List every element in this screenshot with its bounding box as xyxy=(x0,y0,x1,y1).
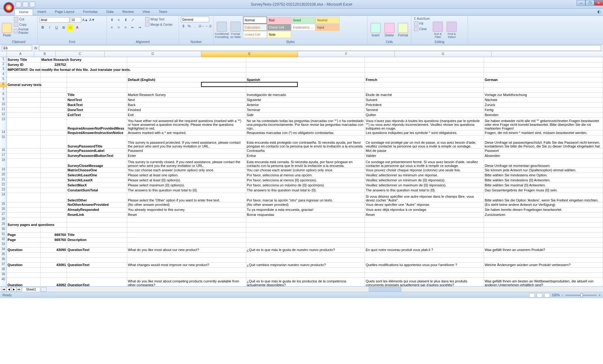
cell-G40[interactable]: Was gefällt Ihnen am besten an Wettbewer… xyxy=(484,277,603,286)
insert-sheet-button[interactable] xyxy=(41,287,46,292)
cell-G16[interactable]: Passwort xyxy=(484,148,603,153)
qat-redo-icon[interactable] xyxy=(30,2,35,7)
cell-F40[interactable]: Quels sont les éléments qui vous plaisen… xyxy=(365,277,484,286)
office-button[interactable] xyxy=(3,2,14,13)
maximize-button[interactable]: ❐ xyxy=(585,0,594,6)
sheet-nav-prev[interactable]: ◀ xyxy=(6,287,11,292)
row-header-21[interactable]: 21 xyxy=(0,178,7,183)
cell-A18[interactable] xyxy=(7,158,41,168)
cell-F19[interactable]: Vous pouvez choisir chaque réponse (colo… xyxy=(365,168,484,173)
cell-A20[interactable] xyxy=(7,173,41,178)
cell-C23[interactable]: ConstantSumTotal xyxy=(67,188,127,193)
cell-D3[interactable] xyxy=(127,67,246,72)
shrink-font-button[interactable]: A▼ xyxy=(89,17,95,23)
cell-A40[interactable]: Question xyxy=(7,277,41,286)
decrease-indent-button[interactable]: ⇤ xyxy=(129,24,136,30)
cell-E37[interactable]: ¿Qué cambios mejorarían nuestro nuevo pr… xyxy=(246,262,365,267)
currency-button[interactable]: $ xyxy=(181,23,186,29)
cell-E27[interactable]: Borrar respuestas xyxy=(246,212,365,217)
row-header-4[interactable]: 4 xyxy=(0,72,7,77)
cell-F22[interactable]: Veuillez sélectionner un maximum de {0} … xyxy=(365,183,484,188)
cell-F38[interactable] xyxy=(365,267,484,272)
cell-G6[interactable] xyxy=(484,82,603,87)
conditional-formatting-button[interactable]: Conditional Formatting xyxy=(215,17,228,43)
row-header-17[interactable]: 17 xyxy=(0,153,7,158)
orientation-button[interactable]: ⤢ xyxy=(129,17,136,23)
row-header-9[interactable]: 9 xyxy=(0,97,7,102)
paste-button[interactable]: Paste xyxy=(2,17,12,43)
cell-B11[interactable] xyxy=(41,107,67,112)
underline-button[interactable]: U xyxy=(53,24,60,30)
worksheet-grid[interactable]: A B C D E F G 12345678910111213141516171… xyxy=(0,51,603,286)
cell-D38[interactable] xyxy=(127,267,246,272)
cell-C32[interactable]: Description xyxy=(67,237,127,242)
hscroll-thumb[interactable] xyxy=(369,287,401,292)
cell-C12[interactable]: ExitText xyxy=(67,112,127,117)
cell-A4[interactable] xyxy=(7,72,41,77)
insert-cells-button[interactable]: Insert xyxy=(369,17,382,43)
page-break-view-button[interactable] xyxy=(544,293,550,297)
cell-E1[interactable] xyxy=(246,57,365,62)
cell-C4[interactable] xyxy=(67,72,127,77)
row-header-40[interactable]: 40 xyxy=(0,277,7,286)
row-header-1[interactable]: 1 xyxy=(0,57,7,62)
row-header-24[interactable]: 24 xyxy=(0,193,7,202)
col-header-A[interactable]: A xyxy=(7,51,34,57)
comma-button[interactable]: , xyxy=(193,23,198,29)
cell-E5[interactable]: Spanish xyxy=(246,77,365,82)
cell-C18[interactable]: SurveyCloseMessage xyxy=(67,158,127,168)
increase-decimal-button[interactable]: .0→ xyxy=(198,23,204,29)
cell-E18[interactable]: Esta encuesta está cerrada. Si necesita … xyxy=(246,158,365,168)
cell-G4[interactable] xyxy=(484,72,603,77)
border-button[interactable]: ⊞ xyxy=(60,24,67,30)
cut-button[interactable]: Cut xyxy=(13,17,35,22)
cell-D17[interactable]: Enter xyxy=(127,153,246,158)
cell-F27[interactable]: Reset xyxy=(365,212,484,217)
cell-D4[interactable] xyxy=(127,72,246,77)
cell-G20[interactable]: Bitte wählen Sie mindestens eine Option. xyxy=(484,173,603,178)
zoom-out-button[interactable]: − xyxy=(562,293,563,297)
cell-D2[interactable] xyxy=(127,62,246,67)
delete-cells-button[interactable]: Delete xyxy=(383,17,396,43)
cell-A36[interactable] xyxy=(7,257,41,262)
cell-B5[interactable] xyxy=(41,77,67,82)
style-calculation[interactable]: Calculation xyxy=(243,24,267,31)
cell-D10[interactable]: Back xyxy=(127,102,246,107)
cell-G29[interactable] xyxy=(484,222,603,227)
zoom-in-button[interactable]: + xyxy=(599,293,600,297)
cell-B20[interactable] xyxy=(41,173,67,178)
cell-G19[interactable]: Sie können jede Antwort nur (Spaltenopti… xyxy=(484,168,603,173)
cell-D28[interactable] xyxy=(127,217,246,222)
cell-E35[interactable] xyxy=(246,252,365,257)
cell-F26[interactable]: Vous avez déjà répondus à ce sondage. xyxy=(365,207,484,212)
cell-F16[interactable]: Mot de passe xyxy=(365,148,484,153)
row-header-18[interactable]: 18 xyxy=(0,158,7,168)
cell-F12[interactable]: Quitter xyxy=(365,112,484,117)
cell-C22[interactable]: SelectMaxX xyxy=(67,183,127,188)
cell-E16[interactable]: Contraseña xyxy=(246,148,365,153)
cell-D25[interactable]: (No other answer provided) xyxy=(127,202,246,207)
cell-A28[interactable] xyxy=(7,217,41,222)
cell-G38[interactable] xyxy=(484,267,603,272)
cell-B1[interactable]: Market Research Survey xyxy=(41,57,67,62)
row-header-3[interactable]: 3 xyxy=(0,67,7,72)
cell-B8[interactable] xyxy=(41,92,67,97)
style-explanatory[interactable]: Explanatory ... xyxy=(291,24,315,31)
cell-F39[interactable] xyxy=(365,272,484,277)
cell-E40[interactable]: ¿Qué es lo que más le gusta de los produ… xyxy=(246,277,365,286)
cell-C2[interactable] xyxy=(67,62,127,67)
align-center-button[interactable]: ≡ xyxy=(116,24,122,30)
cell-F32[interactable] xyxy=(365,237,484,242)
cell-A14[interactable] xyxy=(7,130,41,135)
cell-C36[interactable] xyxy=(67,257,127,262)
cell-D1[interactable] xyxy=(127,57,246,62)
cell-E6[interactable] xyxy=(246,82,365,87)
cell-A26[interactable] xyxy=(7,207,41,212)
cell-E21[interactable]: Por favor, selecciona al menos {0} opció… xyxy=(246,178,365,183)
cell-B2[interactable]: 229752 xyxy=(41,62,67,67)
cell-C10[interactable]: BackText xyxy=(67,102,127,107)
cell-E15[interactable]: Esta encuesta está protegido con contras… xyxy=(246,135,365,148)
cell-F8[interactable]: Étude de marché xyxy=(365,92,484,97)
cell-B30[interactable] xyxy=(41,227,67,232)
cell-C15[interactable]: SurveyPasswordTitle xyxy=(67,135,127,148)
